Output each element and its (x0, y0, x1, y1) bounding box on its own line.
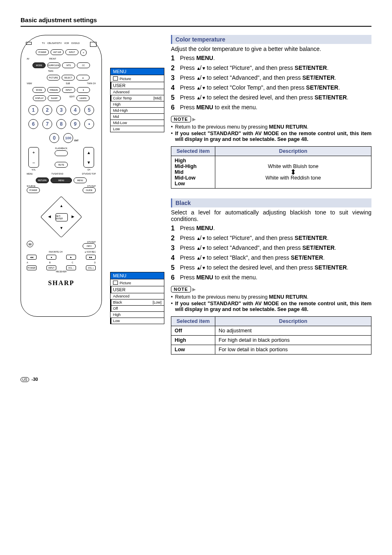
battery-icon (90, 42, 97, 47)
table-cell: High (171, 336, 215, 345)
table-cell: For low detail in black portions (215, 345, 371, 355)
set-enter-button[interactable]: SET/ ENTER (55, 213, 68, 221)
osd-user: USER (111, 82, 164, 89)
info-button[interactable]: INFO (83, 243, 96, 249)
rew-button[interactable]: ◀◀ (27, 255, 37, 260)
vol-rocker[interactable]: +– (28, 147, 39, 168)
num-4-button[interactable]: 4 (70, 105, 80, 115)
light-button[interactable]: ✳ (80, 49, 87, 56)
subinput-button[interactable]: INPUT (62, 87, 75, 93)
notes-list: Return to the previous menu by pressing … (171, 124, 371, 142)
flashback-button[interactable] (55, 150, 68, 156)
num-9-button[interactable]: 9 (70, 119, 80, 129)
select-button[interactable]: SELECT (62, 75, 75, 81)
num-7-button[interactable]: 7 (42, 119, 52, 129)
display-button[interactable]: DISPLAY (33, 95, 46, 101)
steps-list: 1Press MENU.2Press ▲/▼ to select "Pictur… (171, 55, 371, 111)
osd-option: Off (111, 305, 164, 311)
ff-button[interactable]: ▶▶ (86, 255, 96, 260)
section-intro: Select a level for automatically adjusti… (171, 209, 371, 222)
notes-list: Return to the previous menu by pressing … (171, 294, 371, 312)
input-button[interactable]: INPUT (65, 49, 78, 55)
osd-option: Low (111, 318, 164, 324)
ir-window-icon (26, 42, 32, 45)
picture-icon (113, 281, 118, 285)
menu-return-button[interactable]: RETURN (36, 177, 49, 183)
receiver-label: RECEIVER (24, 270, 98, 273)
table-header: Description (215, 317, 371, 326)
up-button[interactable]: ▲ (76, 75, 90, 81)
num-2-button[interactable]: 2 (42, 105, 52, 115)
recv-voldown-button[interactable]: VOL – (66, 265, 76, 270)
pause-button[interactable]: ❚❚ (27, 241, 33, 247)
mute-button[interactable]: MUTE (55, 162, 68, 168)
osd-option: Mid-Low (111, 120, 164, 126)
power-button[interactable]: POWER (36, 49, 49, 55)
picture-icon (113, 76, 118, 81)
guide-button[interactable]: GUIDE (83, 187, 96, 193)
table-cell: No adjustment (215, 326, 371, 336)
osd-title: MENU (111, 68, 164, 75)
step: 5Press ▲/▼ to select the desired level, … (171, 264, 371, 272)
mode-label: CBL/SAT/DTV (47, 42, 62, 44)
step: 6Press MENU to exit the menu. (171, 104, 371, 111)
num-1-button[interactable]: 1 (28, 105, 38, 115)
recv-input-button[interactable]: INPUT (46, 265, 56, 270)
mts-button[interactable]: MTS (62, 62, 75, 68)
osd-option: Mid (111, 113, 164, 120)
note-item: If you select "STANDARD" with AV MODE on… (171, 131, 371, 142)
surround-button[interactable]: SURROUND (47, 62, 60, 68)
ant-button[interactable]: ANT A/B (51, 49, 64, 55)
step: 4Press ▲/▼ to select "Black", and then p… (171, 254, 371, 262)
page-number: -30 (32, 377, 38, 382)
table-header: Selected item (171, 317, 215, 326)
note-item: Return to the previous menu by pressing … (171, 294, 371, 300)
cc-button[interactable]: CC (77, 62, 90, 68)
recv-power-button[interactable]: POWER (27, 265, 37, 270)
table-cell: Low (171, 345, 215, 355)
num-6-button[interactable]: 6 (28, 119, 38, 129)
viewmode-button[interactable]: MODE (32, 87, 46, 93)
page-footer: US -30 (21, 377, 371, 382)
menu-top-button[interactable]: MENU (74, 177, 87, 183)
step: 2Press ▲/▼ to select "Picture", and then… (171, 235, 371, 242)
region-badge: US (21, 377, 29, 382)
num-8-button[interactable]: 8 (56, 119, 66, 129)
remote-control: TV CBL/SAT/DTV VCR DVD/LD POWER ANT A/B … (21, 35, 102, 317)
play-button[interactable]: ▶ (66, 255, 76, 260)
step: 6Press MENU to exit the menu. (171, 274, 371, 281)
note-label: NOTE (171, 116, 191, 122)
sleep-button[interactable]: SLEEP (48, 95, 61, 101)
step: 5Press ▲/▼ to select the desired level, … (171, 94, 371, 101)
note-arrow-icon: ▶ (192, 117, 196, 122)
num-dot-button[interactable]: • (84, 119, 94, 129)
stop-button[interactable]: ■ (46, 255, 56, 260)
src-power-button[interactable]: POWER (27, 187, 40, 193)
color-temp-table: Selected item Description High Mid-High … (171, 146, 371, 189)
osd-item: Black[Low] (111, 299, 164, 305)
dpad[interactable]: ▲ ▼ ◀ ▶ SET/ ENTER (41, 196, 82, 237)
osd-item: Color Temp[Mid] (111, 95, 164, 101)
section-intro: Adjust the color temperature to give a b… (171, 46, 371, 52)
osd-advanced: Advanced (111, 89, 164, 95)
table-cell: Off (171, 326, 215, 336)
num-3-button[interactable]: 3 (56, 105, 66, 115)
black-table: Selected item Description OffNo adjustme… (171, 316, 371, 355)
osd-advanced: Advanced (111, 293, 164, 299)
ch-rocker[interactable]: ▲▼ (83, 147, 94, 168)
freeze-button[interactable]: FREEZE (47, 87, 60, 93)
menu-button[interactable]: MENU (51, 177, 72, 183)
recv-volup-button[interactable]: VOL + (86, 265, 96, 270)
num-0-button[interactable]: 0 (49, 133, 59, 143)
avmode-button[interactable]: MODE (32, 62, 46, 68)
picture-button[interactable]: PICTURE (47, 75, 60, 81)
osd-option: High (111, 311, 164, 318)
num-100-button[interactable]: 100ENT (63, 133, 73, 143)
down-button[interactable]: ▼ (77, 87, 90, 93)
osd-option: High (111, 101, 164, 107)
num-5-button[interactable]: 5 (84, 105, 94, 115)
mode-label: TV (42, 42, 45, 44)
osd-color-temp: MENU Picture USER Advanced Color Temp[Mi… (110, 68, 164, 132)
table-header: Selected item (171, 147, 215, 156)
learn-button[interactable]: LEARN (76, 95, 90, 101)
